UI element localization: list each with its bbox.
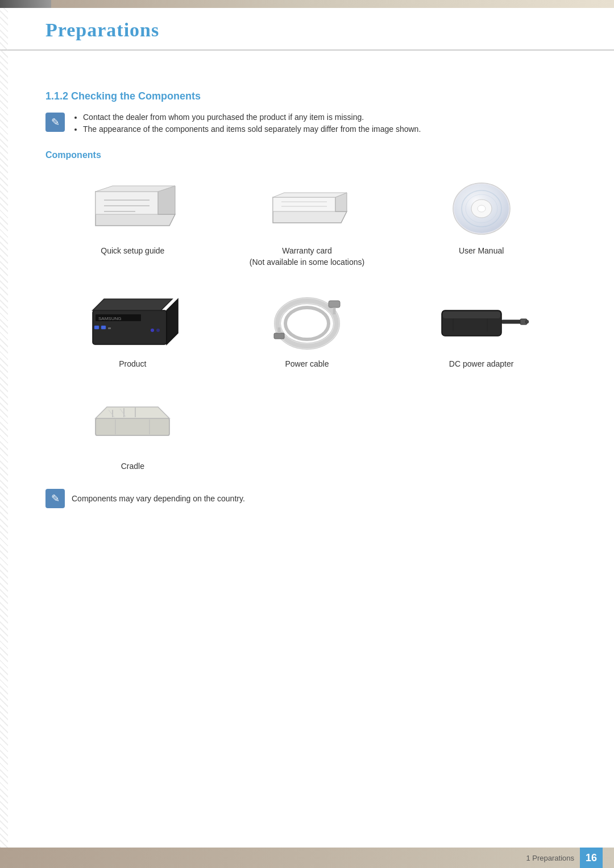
power-cable-image [262,290,352,353]
svg-point-33 [285,308,329,339]
left-stripe [0,8,8,848]
footer-section-text: 1 Preparations [526,854,574,862]
components-grid: Quick setup guide Warranty card(Not avai… [45,172,569,477]
cradle-image [87,393,178,455]
product-image: SAMSUNG [87,290,178,353]
svg-rect-27 [108,327,111,329]
svg-point-42 [525,320,529,323]
user-manual-image [436,177,527,240]
svg-marker-46 [96,407,169,418]
svg-text:SAMSUNG: SAMSUNG [98,316,121,321]
svg-rect-39 [443,312,500,318]
top-bar [0,0,614,8]
svg-rect-36 [274,333,284,339]
svg-marker-22 [167,299,178,344]
svg-marker-1 [96,192,158,214]
component-power-cable: Power cable [220,285,395,376]
note-icon [45,113,65,132]
power-cable-label: Power cable [285,359,329,370]
component-product: SAMSUNG Product [45,285,220,376]
user-manual-label: User Manual [459,246,504,257]
top-bar-accent [0,0,51,8]
warranty-card-image [262,177,352,240]
svg-rect-45 [96,418,169,435]
dc-power-adapter-label: DC power adapter [449,359,514,370]
cradle-label: Cradle [121,461,144,472]
svg-point-29 [156,329,160,332]
component-cradle: Cradle [45,387,220,478]
component-user-manual: User Manual [394,172,569,273]
svg-rect-26 [101,326,106,329]
svg-marker-10 [273,193,347,197]
bottom-note-icon [45,489,65,508]
product-label: Product [119,359,146,370]
section-heading: 1.1.2 Checking the Components [45,90,569,102]
main-content: 1.1.2 Checking the Components Contact th… [0,56,614,554]
quick-setup-guide-image [87,177,178,240]
page-header: Preparations [0,8,614,51]
svg-marker-21 [93,299,172,310]
page-title: Preparations [45,19,569,41]
footer: 1 Preparations 16 [0,848,614,868]
note-lines: Contact the dealer from whom you purchas… [72,113,569,136]
components-label: Components [45,150,569,160]
warranty-card-label: Warranty card(Not available in some loca… [250,246,364,268]
note-item-2: The appearance of the components and ite… [83,124,569,134]
svg-rect-34 [329,301,340,308]
note-block: Contact the dealer from whom you purchas… [45,113,569,136]
dc-power-adapter-image [436,290,527,353]
svg-rect-40 [501,320,521,323]
component-dc-power-adapter: DC power adapter [394,285,569,376]
component-warranty-card: Warranty card(Not available in some loca… [220,172,395,273]
svg-point-28 [151,329,154,332]
bottom-note-text: Components may vary depending on the cou… [72,494,245,503]
bottom-note-block: Components may vary depending on the cou… [45,489,569,508]
svg-marker-8 [273,197,335,211]
note-item-1: Contact the dealer from whom you purchas… [83,113,569,122]
svg-point-17 [478,205,486,212]
component-quick-setup-guide: Quick setup guide [45,172,220,273]
quick-setup-guide-label: Quick setup guide [101,246,164,257]
svg-rect-25 [94,326,99,329]
footer-page-number: 16 [580,848,603,868]
